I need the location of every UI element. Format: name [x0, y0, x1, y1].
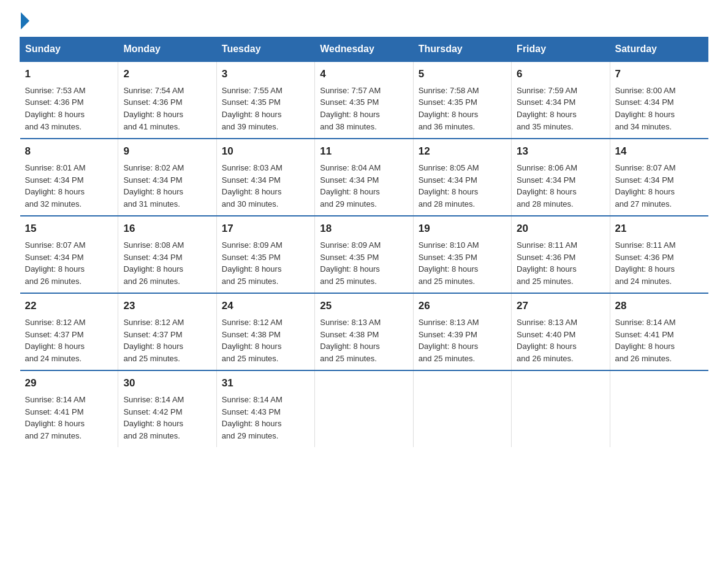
- calendar-cell: 14Sunrise: 8:07 AMSunset: 4:34 PMDayligh…: [610, 139, 708, 216]
- day-number: 26: [419, 299, 506, 314]
- day-info: Sunrise: 7:59 AMSunset: 4:34 PMDaylight:…: [517, 86, 577, 132]
- day-info: Sunrise: 8:14 AMSunset: 4:41 PMDaylight:…: [615, 318, 676, 364]
- day-info: Sunrise: 8:02 AMSunset: 4:34 PMDaylight:…: [123, 163, 184, 209]
- day-number: 12: [419, 144, 506, 159]
- calendar-week-1: 1Sunrise: 7:53 AMSunset: 4:36 PMDaylight…: [20, 61, 708, 139]
- calendar-cell: 4Sunrise: 7:57 AMSunset: 4:35 PMDaylight…: [315, 61, 413, 139]
- calendar-cell: 8Sunrise: 8:01 AMSunset: 4:34 PMDaylight…: [20, 139, 118, 216]
- calendar-cell: 13Sunrise: 8:06 AMSunset: 4:34 PMDayligh…: [512, 139, 610, 216]
- day-number: 5: [419, 67, 506, 82]
- day-number: 21: [615, 221, 703, 237]
- day-info: Sunrise: 7:55 AMSunset: 4:35 PMDaylight:…: [222, 86, 282, 132]
- header-friday: Friday: [512, 37, 610, 62]
- calendar-cell: 28Sunrise: 8:14 AMSunset: 4:41 PMDayligh…: [610, 293, 708, 370]
- day-info: Sunrise: 8:05 AMSunset: 4:34 PMDaylight:…: [419, 163, 479, 209]
- calendar-cell: 30Sunrise: 8:14 AMSunset: 4:42 PMDayligh…: [118, 370, 216, 447]
- day-number: 18: [320, 221, 408, 237]
- day-info: Sunrise: 8:10 AMSunset: 4:35 PMDaylight:…: [419, 240, 479, 286]
- day-info: Sunrise: 7:54 AMSunset: 4:36 PMDaylight:…: [123, 86, 184, 132]
- day-number: 17: [222, 221, 309, 237]
- day-info: Sunrise: 8:03 AMSunset: 4:34 PMDaylight:…: [222, 163, 282, 209]
- calendar-cell: 16Sunrise: 8:08 AMSunset: 4:34 PMDayligh…: [118, 216, 216, 293]
- calendar-week-3: 15Sunrise: 8:07 AMSunset: 4:34 PMDayligh…: [20, 216, 708, 293]
- calendar-cell: 15Sunrise: 8:07 AMSunset: 4:34 PMDayligh…: [20, 216, 118, 293]
- calendar-week-4: 22Sunrise: 8:12 AMSunset: 4:37 PMDayligh…: [20, 293, 708, 370]
- header-monday: Monday: [118, 37, 216, 62]
- day-info: Sunrise: 8:12 AMSunset: 4:38 PMDaylight:…: [222, 318, 282, 364]
- calendar-cell: 26Sunrise: 8:13 AMSunset: 4:39 PMDayligh…: [413, 293, 511, 370]
- day-info: Sunrise: 8:06 AMSunset: 4:34 PMDaylight:…: [517, 163, 577, 209]
- calendar-cell: 24Sunrise: 8:12 AMSunset: 4:38 PMDayligh…: [216, 293, 314, 370]
- day-number: 10: [222, 144, 309, 159]
- calendar-cell: 6Sunrise: 7:59 AMSunset: 4:34 PMDaylight…: [512, 61, 610, 139]
- day-info: Sunrise: 8:11 AMSunset: 4:36 PMDaylight:…: [517, 240, 577, 286]
- calendar-cell: [315, 370, 413, 447]
- day-info: Sunrise: 8:12 AMSunset: 4:37 PMDaylight:…: [123, 318, 184, 364]
- logo-arrow-icon: [21, 12, 29, 29]
- calendar-cell: 27Sunrise: 8:13 AMSunset: 4:40 PMDayligh…: [512, 293, 610, 370]
- calendar-table: SundayMondayTuesdayWednesdayThursdayFrid…: [20, 37, 708, 447]
- day-number: 9: [123, 144, 211, 159]
- day-number: 7: [615, 67, 703, 82]
- day-number: 19: [419, 221, 506, 237]
- day-info: Sunrise: 8:04 AMSunset: 4:34 PMDaylight:…: [320, 163, 381, 209]
- day-info: Sunrise: 8:11 AMSunset: 4:36 PMDaylight:…: [615, 240, 676, 286]
- header-wednesday: Wednesday: [315, 37, 413, 62]
- day-number: 23: [123, 299, 211, 314]
- calendar-cell: 7Sunrise: 8:00 AMSunset: 4:34 PMDaylight…: [610, 61, 708, 139]
- day-info: Sunrise: 8:14 AMSunset: 4:42 PMDaylight:…: [123, 395, 184, 441]
- day-number: 3: [222, 67, 309, 82]
- day-info: Sunrise: 7:53 AMSunset: 4:36 PMDaylight:…: [25, 86, 86, 132]
- calendar-cell: [512, 370, 610, 447]
- calendar-cell: 5Sunrise: 7:58 AMSunset: 4:35 PMDaylight…: [413, 61, 511, 139]
- day-number: 16: [123, 221, 211, 237]
- calendar-week-5: 29Sunrise: 8:14 AMSunset: 4:41 PMDayligh…: [20, 370, 708, 447]
- day-info: Sunrise: 8:13 AMSunset: 4:39 PMDaylight:…: [419, 318, 479, 364]
- header-tuesday: Tuesday: [216, 37, 314, 62]
- calendar-cell: 21Sunrise: 8:11 AMSunset: 4:36 PMDayligh…: [610, 216, 708, 293]
- calendar-cell: 23Sunrise: 8:12 AMSunset: 4:37 PMDayligh…: [118, 293, 216, 370]
- day-info: Sunrise: 8:08 AMSunset: 4:34 PMDaylight:…: [123, 240, 184, 286]
- calendar-cell: [413, 370, 511, 447]
- calendar-cell: 29Sunrise: 8:14 AMSunset: 4:41 PMDayligh…: [20, 370, 118, 447]
- day-number: 31: [222, 376, 309, 391]
- calendar-cell: 18Sunrise: 8:09 AMSunset: 4:35 PMDayligh…: [315, 216, 413, 293]
- calendar-header-row: SundayMondayTuesdayWednesdayThursdayFrid…: [20, 37, 708, 62]
- calendar-cell: 25Sunrise: 8:13 AMSunset: 4:38 PMDayligh…: [315, 293, 413, 370]
- day-number: 24: [222, 299, 309, 314]
- day-number: 14: [615, 144, 703, 159]
- day-info: Sunrise: 8:13 AMSunset: 4:40 PMDaylight:…: [517, 318, 577, 364]
- header-sunday: Sunday: [20, 37, 118, 62]
- day-number: 20: [517, 221, 604, 237]
- calendar-cell: 12Sunrise: 8:05 AMSunset: 4:34 PMDayligh…: [413, 139, 511, 216]
- calendar-cell: 2Sunrise: 7:54 AMSunset: 4:36 PMDaylight…: [118, 61, 216, 139]
- calendar-cell: 17Sunrise: 8:09 AMSunset: 4:35 PMDayligh…: [216, 216, 314, 293]
- day-info: Sunrise: 7:58 AMSunset: 4:35 PMDaylight:…: [419, 86, 479, 132]
- day-number: 25: [320, 299, 408, 314]
- day-number: 1: [25, 67, 113, 82]
- day-info: Sunrise: 8:14 AMSunset: 4:43 PMDaylight:…: [222, 395, 282, 441]
- calendar-cell: 10Sunrise: 8:03 AMSunset: 4:34 PMDayligh…: [216, 139, 314, 216]
- day-info: Sunrise: 8:13 AMSunset: 4:38 PMDaylight:…: [320, 318, 381, 364]
- day-number: 30: [123, 376, 211, 391]
- day-info: Sunrise: 8:09 AMSunset: 4:35 PMDaylight:…: [320, 240, 381, 286]
- day-number: 2: [123, 67, 211, 82]
- day-number: 29: [25, 376, 113, 391]
- day-info: Sunrise: 8:01 AMSunset: 4:34 PMDaylight:…: [25, 163, 86, 209]
- day-info: Sunrise: 8:12 AMSunset: 4:37 PMDaylight:…: [25, 318, 86, 364]
- day-number: 22: [25, 299, 113, 314]
- day-number: 6: [517, 67, 604, 82]
- calendar-cell: 19Sunrise: 8:10 AMSunset: 4:35 PMDayligh…: [413, 216, 511, 293]
- day-number: 4: [320, 67, 408, 82]
- calendar-cell: 9Sunrise: 8:02 AMSunset: 4:34 PMDaylight…: [118, 139, 216, 216]
- day-number: 11: [320, 144, 408, 159]
- day-info: Sunrise: 7:57 AMSunset: 4:35 PMDaylight:…: [320, 86, 381, 132]
- calendar-cell: 11Sunrise: 8:04 AMSunset: 4:34 PMDayligh…: [315, 139, 413, 216]
- day-number: 15: [25, 221, 113, 237]
- calendar-cell: 1Sunrise: 7:53 AMSunset: 4:36 PMDaylight…: [20, 61, 118, 139]
- calendar-cell: 31Sunrise: 8:14 AMSunset: 4:43 PMDayligh…: [216, 370, 314, 447]
- calendar-cell: [610, 370, 708, 447]
- calendar-cell: 3Sunrise: 7:55 AMSunset: 4:35 PMDaylight…: [216, 61, 314, 139]
- header-saturday: Saturday: [610, 37, 708, 62]
- day-info: Sunrise: 8:07 AMSunset: 4:34 PMDaylight:…: [615, 163, 676, 209]
